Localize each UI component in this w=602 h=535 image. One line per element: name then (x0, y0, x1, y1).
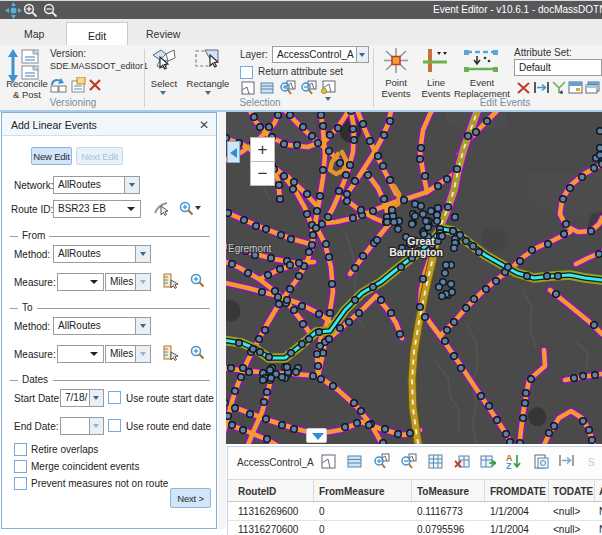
svg-text:Z: Z (506, 461, 512, 470)
svg-text:Barrington: Barrington (389, 246, 443, 258)
svg-text:Egremont: Egremont (228, 243, 272, 254)
